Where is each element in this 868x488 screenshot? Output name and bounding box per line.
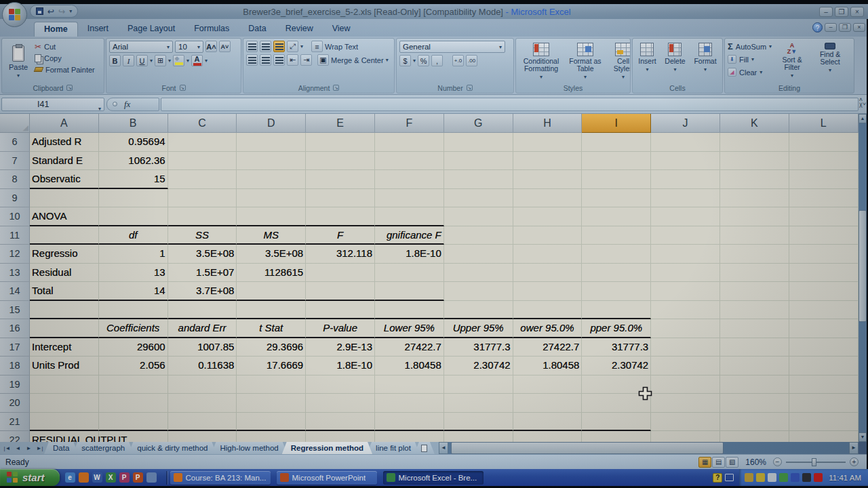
last-sheet-icon[interactable]: ►| (35, 445, 45, 451)
cell-C17[interactable]: 1007.85 (168, 338, 237, 357)
network-icon[interactable] (768, 473, 776, 482)
cell-I10[interactable] (582, 207, 651, 226)
format-as-table-button[interactable]: Format as Table▾ (566, 41, 604, 83)
cell-B12[interactable]: 1 (99, 245, 168, 264)
insert-function-button[interactable]: fx (124, 99, 130, 110)
alignment-dialog-launcher[interactable]: ↘ (333, 85, 339, 91)
cell-H7[interactable] (513, 152, 583, 171)
cell-E14[interactable] (306, 282, 375, 301)
clear-button[interactable]: ◢Clear▾ (728, 66, 772, 78)
cell-J15[interactable] (651, 301, 720, 320)
workbook-minimize-button[interactable]: – (825, 23, 837, 32)
cell-J6[interactable] (651, 133, 720, 152)
column-header-G[interactable]: G (444, 114, 513, 133)
cell-K17[interactable] (720, 338, 789, 357)
decrease-decimal-button[interactable]: .00 (466, 55, 477, 66)
middle-align-button[interactable] (260, 41, 271, 52)
row-header-11[interactable]: 11 (0, 226, 30, 245)
cell-E10[interactable] (306, 207, 375, 226)
tab-page-layout[interactable]: Page Layout (118, 22, 184, 37)
name-box[interactable]: I41▾ (1, 98, 104, 111)
cell-H9[interactable] (513, 189, 583, 208)
cell-K6[interactable] (720, 133, 789, 152)
cell-A7[interactable]: Standard E (30, 152, 99, 171)
vertical-scrollbar[interactable]: ▲ ▼ (859, 114, 867, 442)
font-name-combo[interactable]: Arial▾ (109, 41, 173, 53)
first-sheet-icon[interactable]: |◄ (2, 445, 12, 451)
name-box-caret-icon[interactable]: ▾ (98, 102, 101, 115)
cell-E11[interactable]: F (306, 226, 375, 245)
cell-L22[interactable] (789, 431, 859, 442)
cell-J16[interactable] (651, 319, 720, 338)
insert-worksheet-tab[interactable] (414, 442, 435, 454)
cell-J14[interactable] (651, 282, 720, 301)
cell-C19[interactable] (168, 375, 237, 394)
antivirus-icon[interactable] (779, 473, 788, 482)
cell-C12[interactable]: 3.5E+08 (168, 245, 237, 264)
redo-icon[interactable]: ↪ (58, 7, 65, 16)
cell-G11[interactable] (444, 226, 513, 245)
column-header-A[interactable]: A (30, 114, 99, 133)
column-header-H[interactable]: H (513, 114, 583, 133)
vertical-scroll-track[interactable] (859, 123, 867, 432)
help-icon[interactable]: ? (812, 22, 823, 33)
firefox-icon[interactable] (79, 472, 89, 483)
cell-L9[interactable] (789, 189, 859, 208)
cell-D21[interactable] (237, 413, 306, 432)
cell-E16[interactable]: P-value (306, 319, 375, 338)
cell-A8[interactable]: Observatic (30, 170, 99, 189)
cell-I12[interactable] (582, 245, 651, 264)
scroll-right-icon[interactable]: ► (849, 442, 859, 454)
cell-D16[interactable]: t Stat (237, 319, 306, 338)
format-cells-button[interactable]: Format▾ (691, 41, 719, 83)
orientation-button[interactable]: ⤢ (287, 41, 298, 52)
cell-H11[interactable] (513, 226, 583, 245)
cell-K16[interactable] (720, 319, 789, 338)
cell-C18[interactable]: 0.11638 (168, 357, 237, 375)
cell-B10[interactable] (99, 207, 168, 226)
tab-insert[interactable]: Insert (78, 22, 118, 37)
find-select-button[interactable]: Find & Select▾ (812, 41, 848, 83)
row-header-17[interactable]: 17 (0, 338, 30, 357)
cell-L18[interactable] (789, 357, 859, 375)
save-icon[interactable] (36, 7, 43, 15)
cell-J10[interactable] (651, 207, 720, 226)
cell-C20[interactable] (168, 394, 237, 413)
cell-H19[interactable] (513, 375, 583, 394)
format-painter-button[interactable]: Format Painter (35, 64, 95, 75)
powerpoint-icon[interactable]: P (133, 472, 143, 483)
cell-C15[interactable] (168, 301, 237, 320)
cell-A16[interactable] (30, 319, 99, 338)
bold-button[interactable]: B (109, 55, 121, 66)
volume-icon[interactable] (802, 473, 811, 482)
cell-G13[interactable] (444, 264, 513, 283)
cell-I21[interactable] (582, 413, 651, 432)
zoom-thumb[interactable] (812, 458, 816, 466)
cell-A14[interactable]: Total (30, 282, 99, 301)
other-app-icon[interactable] (146, 472, 157, 483)
cell-F21[interactable] (375, 413, 444, 432)
cell-K11[interactable] (720, 226, 789, 245)
zoom-level[interactable]: 160% (745, 458, 766, 467)
sheet-tab-line-fit-plot[interactable]: line fit plot (367, 442, 420, 454)
cell-H8[interactable] (513, 170, 583, 189)
comma-button[interactable]: , (431, 55, 443, 66)
tab-review[interactable]: Review (276, 22, 323, 37)
percent-button[interactable]: % (418, 55, 429, 66)
office-button[interactable] (2, 2, 27, 27)
workbook-restore-button[interactable]: ❐ (839, 23, 851, 32)
cell-J11[interactable] (651, 226, 720, 245)
cell-K10[interactable] (720, 207, 789, 226)
underline-button[interactable]: U (136, 55, 148, 66)
conditional-formatting-button[interactable]: Conditional Formatting▾ (519, 41, 564, 83)
cell-L21[interactable] (789, 413, 859, 432)
font-size-combo[interactable]: 10▾ (175, 41, 203, 53)
cell-B7[interactable]: 1062.36 (99, 152, 168, 171)
vertical-scroll-thumb[interactable] (859, 210, 867, 322)
cell-H14[interactable] (513, 282, 583, 301)
cell-K22[interactable] (720, 431, 789, 442)
cell-L10[interactable] (789, 207, 859, 226)
increase-indent-button[interactable]: ⇥ (300, 54, 312, 66)
cell-F20[interactable] (375, 394, 444, 413)
scroll-down-icon[interactable]: ▼ (859, 432, 867, 442)
